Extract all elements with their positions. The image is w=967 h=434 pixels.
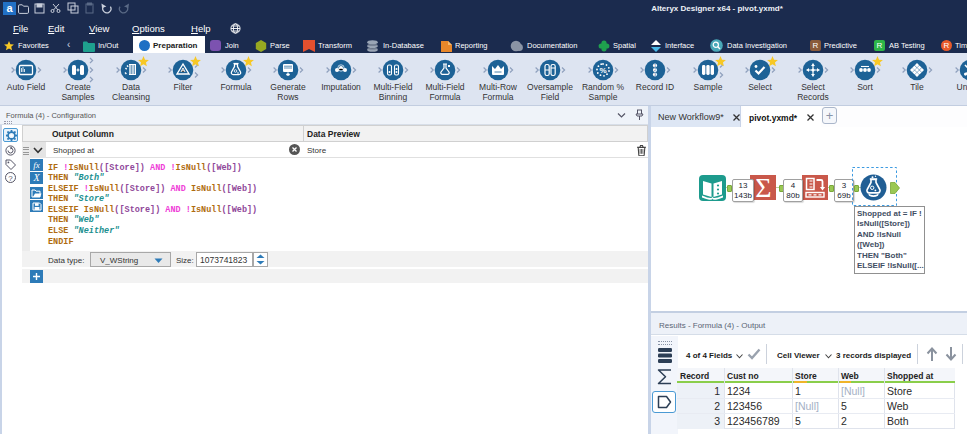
svg-text:Σ: Σ — [755, 175, 771, 200]
svg-text:%: % — [599, 66, 606, 75]
